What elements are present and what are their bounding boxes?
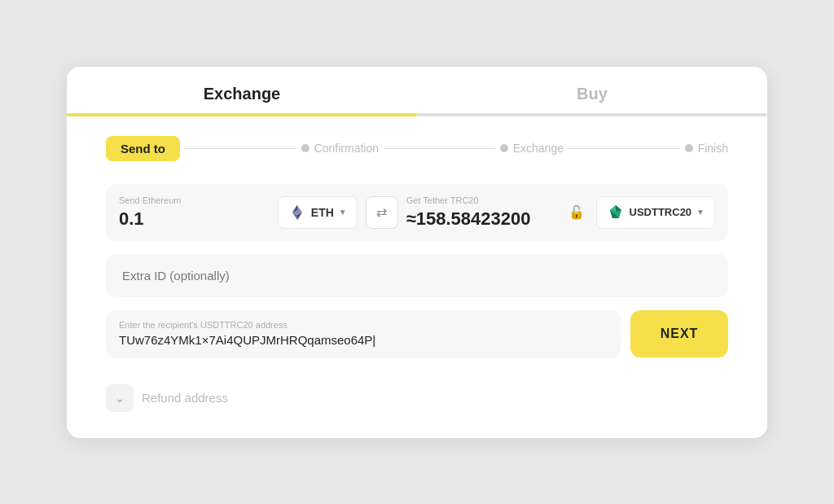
step-dot-finish — [685, 144, 693, 152]
step-line-1 — [185, 148, 296, 149]
send-side: Send Ethereum 0.1 — [119, 195, 270, 230]
tab-exchange-label: Exchange — [204, 85, 280, 103]
send-amount: 0.1 — [119, 208, 270, 230]
get-amount: ≈158.58423200 — [406, 208, 557, 230]
swap-button[interactable]: ⇄ — [366, 196, 398, 229]
step-confirmation: Confirmation — [301, 142, 379, 155]
step-finish: Finish — [685, 142, 728, 155]
address-field-wrap: Enter the recipient's USDTTRC20 address — [106, 310, 621, 358]
usdt-currency-select[interactable]: USDTTRC20 ▼ — [596, 196, 715, 229]
usdt-dropdown-icon: ▼ — [696, 208, 705, 217]
steps-row: Send to Confirmation Exchange Finish — [106, 136, 728, 161]
get-label: Get Tether TRC20 — [406, 195, 557, 205]
tabs-header: Exchange Buy — [67, 67, 767, 116]
eth-currency-select[interactable]: ETH ▼ — [278, 196, 358, 229]
refund-section: ⌄ Refund address — [67, 384, 767, 412]
eth-dropdown-icon: ▼ — [339, 208, 347, 217]
step-line-3 — [568, 148, 680, 149]
step-dot-confirmation — [301, 144, 309, 152]
main-content: Send to Confirmation Exchange Finish Sen… — [67, 116, 767, 381]
step-send-to: Send to — [106, 136, 180, 161]
address-row: Enter the recipient's USDTTRC20 address … — [106, 310, 728, 358]
exchange-row: Send Ethereum 0.1 ETH ▼ ⇄ — [106, 184, 728, 241]
lock-icon: 🔓 — [568, 204, 585, 220]
get-side: Get Tether TRC20 ≈158.58423200 — [406, 195, 557, 230]
address-field-label: Enter the recipient's USDTTRC20 address — [119, 320, 608, 330]
next-button[interactable]: NEXT — [630, 310, 728, 357]
step-dot-exchange — [500, 144, 508, 152]
chevron-down-icon: ⌄ — [115, 392, 125, 405]
tab-buy-indicator — [417, 113, 767, 116]
extra-id-input[interactable] — [106, 254, 728, 297]
refund-label: Refund address — [142, 391, 228, 405]
address-input[interactable] — [119, 333, 608, 347]
tab-exchange-indicator — [67, 113, 417, 116]
step-exchange: Exchange — [500, 142, 564, 155]
usdt-currency-label: USDTTRC20 — [630, 206, 692, 218]
tab-buy[interactable]: Buy — [417, 67, 767, 116]
eth-icon — [288, 204, 306, 221]
eth-currency-label: ETH — [311, 206, 334, 219]
refund-chevron-button[interactable]: ⌄ — [106, 384, 134, 412]
step-line-2 — [384, 148, 495, 149]
usdt-icon — [607, 204, 625, 221]
main-card: Exchange Buy Send to Confirmation Exchan… — [67, 67, 767, 438]
next-button-label: NEXT — [661, 327, 699, 340]
swap-icon: ⇄ — [376, 204, 387, 220]
tab-exchange[interactable]: Exchange — [67, 67, 417, 116]
tab-buy-label: Buy — [577, 85, 608, 103]
send-label: Send Ethereum — [119, 195, 270, 205]
